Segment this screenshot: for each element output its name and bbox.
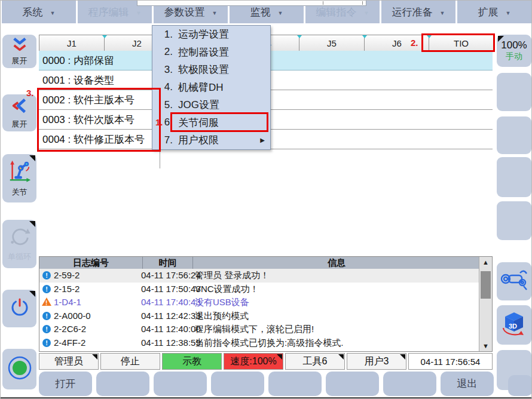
strip-divider	[362, 1, 363, 5]
chevron-down-icon: ▼	[440, 10, 445, 16]
blank-softkey-b4[interactable]	[211, 372, 264, 396]
submenu-arrow-icon: ▶	[260, 137, 265, 143]
annotation-3: 3.	[26, 88, 34, 98]
tab-j1[interactable]: J1	[39, 35, 105, 51]
menu-edit-command-label: 编辑指令	[316, 5, 357, 19]
warning-icon	[42, 297, 51, 306]
tab-tio[interactable]: TIO	[429, 35, 494, 51]
status-mode-badge[interactable]: 示教	[162, 353, 222, 370]
log-header-time: 时间	[143, 257, 193, 269]
blank-softkey-r5[interactable]	[497, 201, 531, 240]
annotation-1: 1.	[155, 117, 163, 127]
drag-teach-icon	[500, 268, 528, 294]
menu-program-edit-label: 程序编辑	[88, 5, 129, 19]
open-button[interactable]: 打开	[39, 372, 92, 396]
status-frame-button[interactable]: 用户3	[347, 353, 406, 370]
corner-marker-icon	[29, 291, 35, 297]
chevron-down-icon: ▼	[278, 10, 283, 16]
cube-3d-icon: 3D	[500, 310, 528, 340]
dropdown-item-arm-dh[interactable]: 4. 机械臂DH	[152, 79, 270, 97]
exit-button[interactable]: 退出	[441, 372, 494, 396]
log-row[interactable]: 2-59-2 04-11 17:56:24 管理员 登录成功！	[39, 269, 479, 283]
info-icon	[42, 325, 51, 333]
blank-softkey-b9[interactable]	[508, 375, 532, 396]
scroll-down-icon[interactable]: ▼	[479, 342, 492, 349]
blank-softkey-b5[interactable]	[268, 372, 322, 396]
record-circle-icon	[7, 355, 33, 383]
dropdown-item-jog[interactable]: 5. JOG设置	[152, 96, 270, 114]
log-row[interactable]: 2-4FF-2 04-11 12:38:59 当前指令模式已切换为:高级指令模式…	[39, 336, 479, 350]
speed-mode-button[interactable]: 100% 手动	[497, 35, 531, 67]
single-cycle-icon	[8, 226, 31, 251]
expand-down-button[interactable]: 展开	[2, 35, 36, 68]
dropdown-item-controller[interactable]: 2. 控制器设置	[152, 44, 270, 62]
expand-left-button[interactable]: 展开	[2, 94, 36, 131]
robot-arm-icon	[7, 159, 32, 186]
log-row[interactable]: 2-A000-0 04-11 12:42:33 退出预约模式	[39, 309, 479, 323]
corner-marker-icon	[92, 354, 97, 360]
tab-j5[interactable]: J5	[299, 35, 365, 51]
info-icon	[42, 339, 51, 347]
chevron-down-icon: ▼	[212, 10, 218, 16]
blank-softkey-r4[interactable]	[497, 157, 531, 197]
status-tool-button[interactable]: 工具6	[285, 353, 345, 370]
corner-marker-icon	[277, 354, 282, 360]
power-icon	[9, 297, 30, 321]
log-header-id: 日志编号	[39, 257, 143, 269]
info-icon	[42, 285, 51, 293]
status-user-button[interactable]: 管理员	[39, 353, 99, 370]
log-row[interactable]: 2-15-2 04-11 17:50:43 VNC设置成功！	[39, 283, 479, 296]
log-row[interactable]: 2-2C6-2 04-11 12:40:00 程序编辑模式下，滚轮已启用!	[39, 323, 479, 336]
chevron-down-icon: ▼	[364, 10, 369, 16]
manual-mode-label: 手动	[506, 51, 522, 62]
status-speed-button[interactable]: 速度:100%	[224, 353, 283, 370]
status-datetime: 04-11 17:56:54	[408, 353, 493, 370]
log-row[interactable]: 1-D4-1 04-11 17:40:43 没有USB设备	[39, 296, 479, 309]
blank-softkey-r3[interactable]	[497, 116, 531, 154]
scroll-up-icon[interactable]: ▲	[479, 259, 492, 266]
dropdown-item-kinematics[interactable]: 1. 运动学设置	[152, 26, 270, 44]
corner-marker-icon	[29, 221, 35, 227]
dropdown-item-joint-servo[interactable]: 6. 关节伺服	[152, 114, 270, 132]
corner-marker-icon	[29, 155, 35, 161]
menu-run-prepare-label: 运行准备	[392, 5, 433, 19]
log-scrollbar[interactable]: ▲ ▼	[479, 257, 492, 351]
log-header-msg: 信息	[193, 257, 480, 269]
corner-marker-icon	[338, 354, 344, 360]
menu-extension-label: 扩展	[478, 5, 499, 19]
tab-j6[interactable]: J6	[364, 35, 430, 51]
scrollbar-thumb[interactable]	[481, 271, 491, 299]
status-motion-state[interactable]: 停止	[100, 353, 160, 370]
dropdown-item-soft-limit[interactable]: 3. 软极限设置	[152, 61, 270, 79]
blank-softkey-b7[interactable]	[383, 372, 436, 396]
svg-text:3D: 3D	[509, 323, 517, 330]
log-panel: 日志编号 时间 信息 2-59-2 04-11 17:56:24 管理员 登录成…	[39, 256, 493, 352]
menu-monitor-label: 监视	[250, 5, 271, 19]
minimized-window-strip[interactable]	[137, 1, 366, 6]
info-icon	[42, 271, 51, 280]
menu-run-prepare[interactable]: 运行准备 ▼	[381, 1, 455, 23]
joint-mode-button[interactable]: 关节	[2, 154, 36, 202]
teach-pendant-screen: 系统 ▼ 程序编辑 ▼ 参数设置 ▼ 监视 ▼ 编辑指令 ▼ 运行准备 ▼ 扩展…	[0, 0, 532, 399]
log-header-row: 日志编号 时间 信息	[39, 257, 492, 269]
log-row-clipped[interactable]: 2-14F-2 04-11 12:36:55 新建 文件	[39, 349, 479, 352]
double-chevron-left-icon	[10, 97, 29, 118]
drag-teach-button[interactable]	[497, 262, 531, 300]
blank-softkey-b3[interactable]	[154, 372, 207, 396]
blank-softkey-b6[interactable]	[326, 372, 379, 396]
param-settings-dropdown: 1. 运动学设置 2. 控制器设置 3. 软极限设置 4. 机械臂DH 5. J…	[152, 25, 271, 150]
blank-softkey-b2[interactable]	[96, 372, 149, 396]
blank-softkey-r2[interactable]	[497, 73, 531, 111]
power-button[interactable]	[2, 290, 36, 327]
menu-extension[interactable]: 扩展 ▼	[457, 1, 531, 23]
corner-marker-icon	[498, 36, 504, 42]
corner-marker-icon	[400, 354, 405, 360]
menu-system[interactable]: 系统 ▼	[2, 1, 76, 23]
enable-record-button[interactable]	[2, 349, 36, 389]
speed-value: 100%	[501, 39, 527, 51]
chevron-down-icon: ▼	[506, 10, 511, 16]
view-3d-button[interactable]: 3D	[497, 305, 531, 345]
strip-divider	[323, 1, 323, 5]
menu-system-label: 系统	[23, 5, 43, 19]
dropdown-item-user-permission[interactable]: 7. 用户权限 ▶	[152, 131, 270, 149]
